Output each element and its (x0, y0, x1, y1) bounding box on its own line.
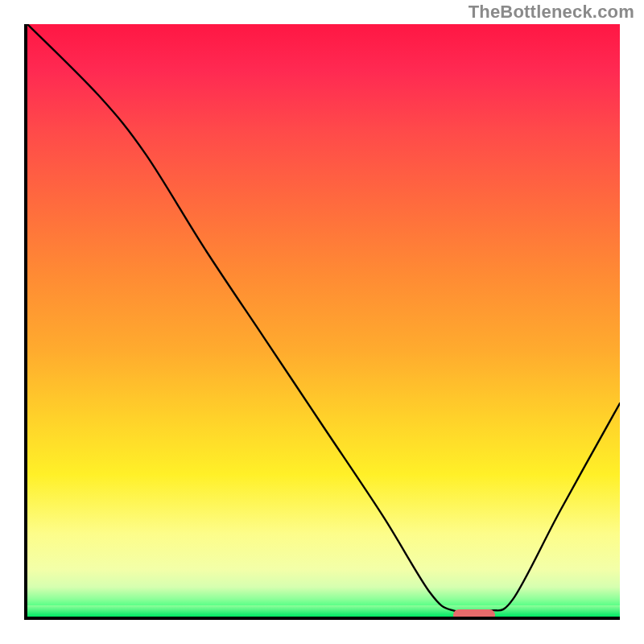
bottleneck-curve (27, 24, 620, 617)
watermark-text: TheBottleneck.com (469, 2, 634, 23)
chart-container: TheBottleneck.com (0, 0, 644, 644)
plot-area (24, 24, 620, 620)
